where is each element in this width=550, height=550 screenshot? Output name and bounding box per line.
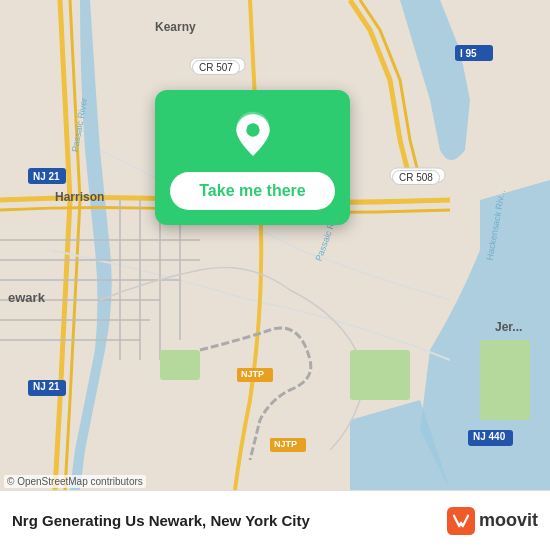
svg-point-23 — [246, 123, 259, 136]
svg-rect-15 — [390, 168, 445, 182]
svg-rect-21 — [468, 430, 513, 446]
svg-rect-24 — [447, 507, 475, 535]
take-me-there-button[interactable]: Take me there — [170, 172, 335, 210]
popup-card: Take me there — [155, 90, 350, 225]
bottom-bar: Nrg Generating Us Newark, New York City … — [0, 490, 550, 550]
moovit-logo: moovit — [447, 507, 538, 535]
svg-rect-20 — [270, 438, 306, 452]
svg-rect-18 — [28, 380, 66, 396]
svg-rect-19 — [237, 368, 273, 382]
svg-rect-14 — [190, 58, 245, 72]
moovit-logo-icon — [447, 507, 475, 535]
moovit-text: moovit — [479, 510, 538, 531]
svg-rect-11 — [160, 350, 200, 380]
svg-rect-16 — [455, 45, 493, 61]
location-title: Nrg Generating Us Newark, New York City — [12, 512, 310, 529]
svg-rect-13 — [480, 340, 530, 420]
map-container[interactable]: Kearny Harrison ewark Jer... CR 507 CR 5… — [0, 0, 550, 490]
map-attribution: © OpenStreetMap contributors — [4, 475, 146, 488]
location-pin-icon — [228, 110, 278, 160]
svg-rect-17 — [28, 168, 66, 184]
svg-rect-12 — [350, 350, 410, 400]
